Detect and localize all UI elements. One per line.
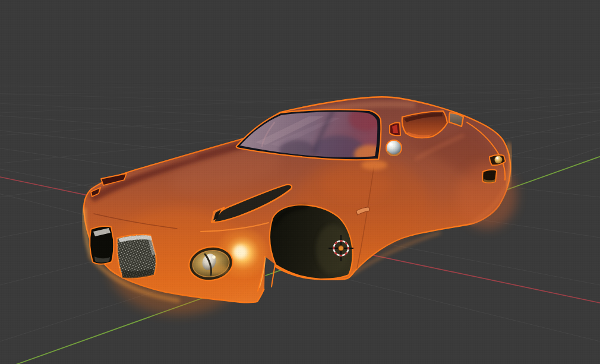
dither-overlay xyxy=(0,0,600,364)
3d-viewport[interactable] xyxy=(0,0,600,364)
viewport-canvas[interactable] xyxy=(0,0,600,364)
